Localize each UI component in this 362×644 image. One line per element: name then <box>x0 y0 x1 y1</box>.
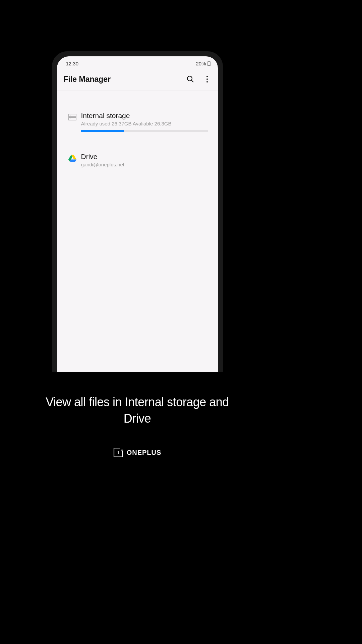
more-vertical-icon <box>204 75 210 83</box>
status-time: 12:30 <box>66 61 79 66</box>
brand-name: ONEPLUS <box>127 449 162 457</box>
google-drive-icon <box>68 155 76 162</box>
storage-icon-col <box>64 112 81 120</box>
internal-storage-item[interactable]: Internal storage Already used 26.37GB Av… <box>57 108 218 136</box>
svg-point-3 <box>206 78 208 80</box>
storage-content: Internal storage Already used 26.37GB Av… <box>81 112 208 132</box>
svg-point-4 <box>206 81 208 83</box>
battery-icon <box>207 61 210 66</box>
storage-server-icon <box>68 114 76 120</box>
svg-point-0 <box>187 76 192 81</box>
search-button[interactable] <box>185 74 196 85</box>
battery-percent: 20% <box>196 61 206 66</box>
svg-text:1: 1 <box>117 450 119 455</box>
storage-icon-col <box>64 153 81 162</box>
status-right: 20% <box>196 61 210 66</box>
svg-point-7 <box>70 115 70 116</box>
brand-logo: 1 ONEPLUS <box>113 447 162 458</box>
internal-storage-title: Internal storage <box>81 112 208 120</box>
status-bar: 12:30 20% <box>57 56 218 69</box>
storage-progress-bar <box>81 130 208 132</box>
search-icon <box>186 75 194 83</box>
promo-caption: View all files in Internal storage and D… <box>37 394 238 427</box>
drive-subtitle: gandi@oneplus.net <box>81 162 208 167</box>
drive-title: Drive <box>81 153 208 161</box>
phone-frame: 12:30 20% File Manager <box>52 51 223 372</box>
internal-storage-subtitle: Already used 26.37GB Avaliable 26.3GB <box>81 121 208 126</box>
drive-item[interactable]: Drive gandi@oneplus.net <box>57 149 218 175</box>
oneplus-logo-icon: 1 <box>113 447 123 458</box>
svg-line-1 <box>191 80 193 82</box>
svg-point-8 <box>70 118 70 119</box>
more-menu-button[interactable] <box>202 74 212 85</box>
page-title: File Manager <box>64 75 111 84</box>
storage-progress-fill <box>81 130 124 132</box>
header-actions <box>185 74 212 85</box>
app-header: File Manager <box>57 69 218 91</box>
storage-list: Internal storage Already used 26.37GB Av… <box>57 91 218 175</box>
phone-screen: 12:30 20% File Manager <box>57 56 218 372</box>
svg-point-2 <box>206 76 208 77</box>
storage-content: Drive gandi@oneplus.net <box>81 153 208 171</box>
